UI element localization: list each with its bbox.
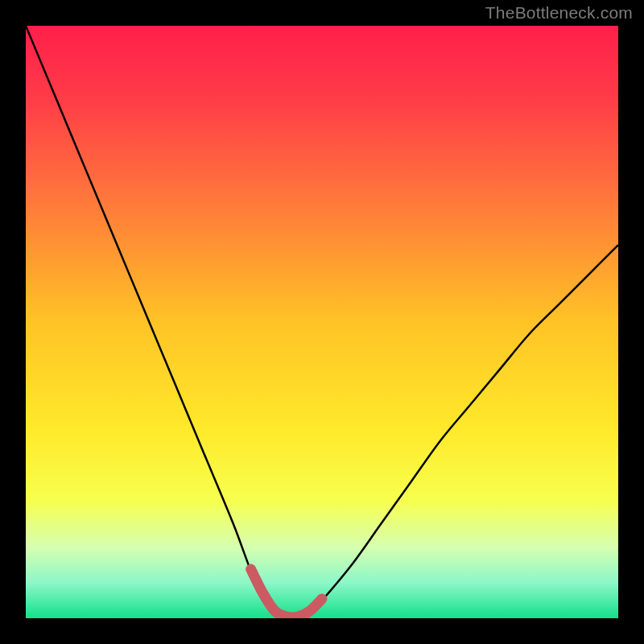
chart-svg xyxy=(26,26,618,618)
plot-area xyxy=(26,26,618,618)
gradient-background xyxy=(26,26,618,618)
watermark-text: TheBottleneck.com xyxy=(485,3,633,23)
chart-frame: TheBottleneck.com xyxy=(0,0,644,644)
